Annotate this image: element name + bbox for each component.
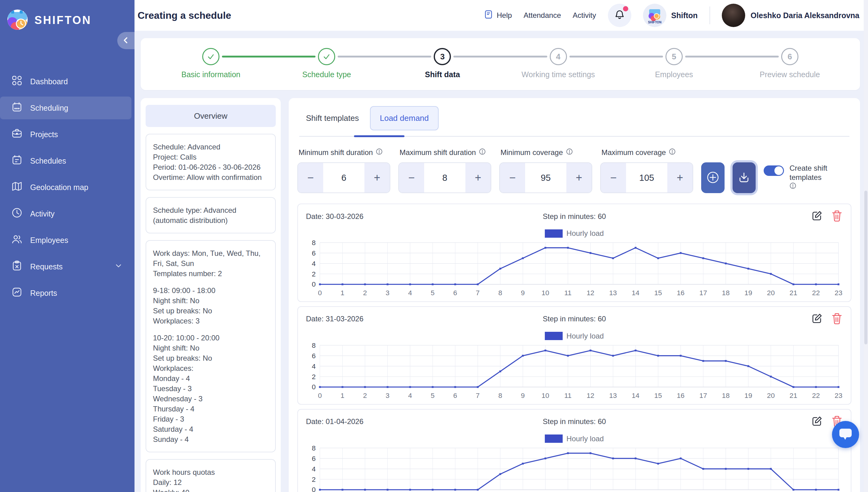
add-load-demand-button[interactable] [701,162,725,193]
min-coverage-value[interactable]: 95 [525,163,566,193]
tab-load-demand[interactable]: Load demand [370,106,439,130]
workspace-chip[interactable]: SHIFTON Shifton [643,4,698,27]
sidebar-item-dashboard[interactable]: Dashboard [0,70,132,93]
bell-icon [614,9,625,21]
step-employees[interactable]: 5 Employees [616,48,732,79]
delete-chart-button[interactable] [831,313,843,326]
overview-template1-text: 9-18: 09:00 - 18:00 Night shift: No Set … [153,285,268,326]
sidebar-item-requests[interactable]: Requests [0,255,132,278]
chart-date-label: Date: 30-03-2026 [306,212,485,221]
plus-circle-icon [706,170,720,186]
svg-text:16: 16 [677,289,684,297]
min-shift-duration-value[interactable]: 6 [323,163,365,193]
tab-shift-templates[interactable]: Shift templates [306,106,359,130]
attendance-link[interactable]: Attendance [523,11,561,20]
svg-text:6: 6 [453,392,458,399]
import-load-demand-button[interactable] [732,162,756,193]
wizard-stepper: Basic information Schedule type 3 Shift … [141,38,860,90]
min-shift-duration-control: Minimum shift duration − 6 + [297,148,390,193]
help-label: Help [497,11,512,20]
chart-legend: Hourly load [306,229,843,238]
sidebar-item-schedules[interactable]: Schedules [0,149,132,172]
svg-text:15: 15 [654,392,662,399]
load-demand-controls: Minimum shift duration − 6 + Maximum shi… [297,148,851,193]
info-icon[interactable] [376,148,382,157]
sidebar-collapse-button[interactable] [117,32,135,49]
svg-text:20: 20 [767,392,775,399]
legend-label: Hourly load [566,229,604,238]
brand-name: SHIFTON [34,14,91,27]
svg-text:0: 0 [318,289,322,297]
edit-chart-button[interactable] [811,210,823,223]
sidebar-item-label: Geolocation map [30,183,88,192]
info-icon[interactable] [790,182,796,191]
scrollbar-thumb[interactable] [864,191,867,344]
info-icon[interactable] [479,148,486,157]
user-chip[interactable]: Oleshko Daria Aleksandrovna [722,4,860,27]
sidebar-item-scheduling[interactable]: Scheduling [0,97,132,119]
step-shift-data[interactable]: 3 Shift data [384,48,500,79]
calendar-icon [12,102,22,114]
increment-button[interactable]: + [667,163,693,193]
decrement-button[interactable]: − [500,163,525,193]
overview-button[interactable]: Overview [146,105,276,127]
chat-widget-button[interactable] [832,421,859,448]
decrement-button[interactable]: − [399,163,424,193]
sidebar-item-activity[interactable]: Activity [0,202,132,225]
notifications-button[interactable] [608,4,631,27]
edit-chart-button[interactable] [811,415,823,428]
sidebar-item-projects[interactable]: Projects [0,123,132,146]
info-icon[interactable] [669,148,676,157]
svg-text:7: 7 [476,392,480,399]
svg-text:12: 12 [587,289,594,297]
decrement-button[interactable]: − [298,163,323,193]
user-avatar [722,4,745,27]
hourly-load-chart: 0246801234567891011121314151617181920212… [306,342,843,401]
overview-quotas-text: Work hours quotas Daily: 12 Weekly: 40 M… [153,467,268,492]
step-preview-schedule[interactable]: 6 Preview schedule [732,48,848,79]
increment-button[interactable]: + [365,163,390,193]
help-link[interactable]: Help [484,10,512,21]
sidebar-item-label: Activity [30,210,54,218]
decrement-button[interactable]: − [601,163,626,193]
step-working-time-settings[interactable]: 4 Working time settings [500,48,616,79]
sidebar-item-geolocation-map[interactable]: Geolocation map [0,176,132,199]
create-shift-templates-label: Create shift templates [790,164,827,181]
step-number: 3 [434,48,451,65]
legend-label: Hourly load [566,332,604,340]
step-label: Working time settings [500,70,616,79]
max-shift-duration-control: Maximum shift duration − 8 + [398,148,491,193]
increment-button[interactable]: + [566,163,592,193]
info-icon[interactable] [566,148,573,157]
control-label: Maximum coverage [602,148,666,157]
workspace-avatar: SHIFTON [643,4,666,27]
sidebar-item-label: Scheduling [30,104,68,113]
report-chart-icon [12,287,22,299]
max-coverage-stepper: − 105 + [600,162,693,193]
step-number: 6 [781,48,798,65]
svg-text:6: 6 [312,249,316,257]
step-basic-information[interactable]: Basic information [153,48,269,79]
activity-link[interactable]: Activity [573,11,596,20]
workspace-name: Shifton [671,11,698,20]
max-coverage-control: Maximum coverage − 105 + [600,148,693,193]
svg-text:8: 8 [312,239,316,247]
sidebar-item-employees[interactable]: Employees [0,229,132,251]
chevron-left-icon [122,36,130,45]
step-schedule-type[interactable]: Schedule type [269,48,384,79]
overview-panel: Overview Schedule: Advanced Project: Cal… [141,98,281,492]
increment-button[interactable]: + [465,163,491,193]
shift-data-panel: Shift templates Load demand Minimum shif… [289,98,860,492]
sidebar-item-reports[interactable]: Reports [0,282,132,304]
edit-chart-button[interactable] [811,313,823,326]
svg-text:23: 23 [835,392,842,399]
svg-text:22: 22 [812,289,820,297]
schedule-calendar-icon [12,155,22,167]
svg-text:8: 8 [312,342,316,349]
max-coverage-value[interactable]: 105 [626,163,667,193]
max-shift-duration-value[interactable]: 8 [424,163,465,193]
sidebar-item-label: Schedules [30,156,66,166]
download-icon [737,170,751,186]
create-shift-templates-toggle[interactable] [764,166,784,176]
delete-chart-button[interactable] [831,210,843,223]
